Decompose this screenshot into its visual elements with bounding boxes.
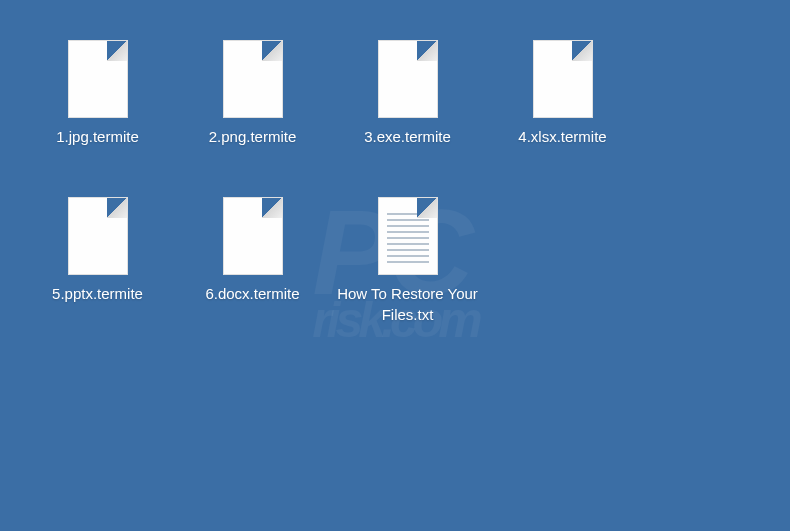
file-item[interactable]: 3.exe.termite [330, 40, 485, 147]
file-item[interactable]: 1.jpg.termite [20, 40, 175, 147]
text-line-decoration [387, 225, 429, 227]
text-line-decoration [387, 249, 429, 251]
text-line-decoration [387, 261, 429, 263]
file-icon [223, 197, 283, 275]
text-line-decoration [387, 255, 429, 257]
desktop-area: 1.jpg.termite 2.png.termite 3.exe.termit… [0, 0, 790, 415]
file-item[interactable]: How To Restore Your Files.txt [330, 197, 485, 325]
file-icon [378, 40, 438, 118]
text-line-decoration [387, 213, 429, 215]
file-label: 2.png.termite [209, 126, 297, 147]
text-line-decoration [387, 231, 429, 233]
file-label: How To Restore Your Files.txt [335, 283, 480, 325]
file-icon [68, 197, 128, 275]
text-file-icon [378, 197, 438, 275]
file-label: 1.jpg.termite [56, 126, 139, 147]
file-item[interactable]: 2.png.termite [175, 40, 330, 147]
file-label: 5.pptx.termite [52, 283, 143, 304]
text-line-decoration [387, 237, 429, 239]
file-icon [533, 40, 593, 118]
file-item[interactable]: 5.pptx.termite [20, 197, 175, 325]
file-label: 6.docx.termite [205, 283, 299, 304]
text-line-decoration [387, 243, 429, 245]
file-label: 4.xlsx.termite [518, 126, 606, 147]
file-item[interactable]: 6.docx.termite [175, 197, 330, 325]
file-item[interactable]: 4.xlsx.termite [485, 40, 640, 147]
file-icon [223, 40, 283, 118]
text-line-decoration [387, 219, 429, 221]
file-label: 3.exe.termite [364, 126, 451, 147]
file-icon [68, 40, 128, 118]
